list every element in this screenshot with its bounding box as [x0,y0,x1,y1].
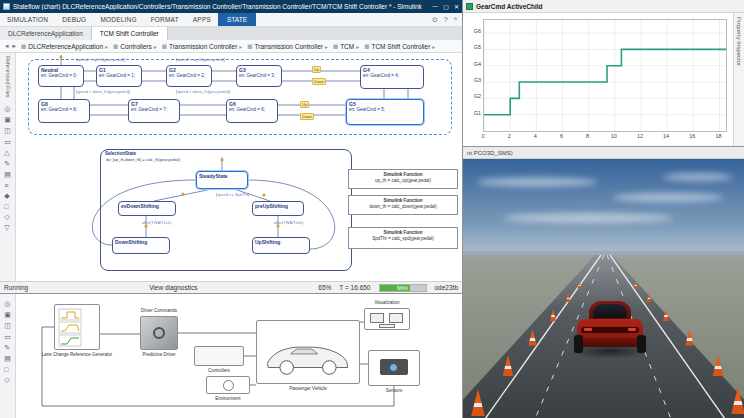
down-event-badge: Down [300,113,314,120]
ribbon-tab[interactable]: MODELING [93,13,143,26]
environment-block[interactable] [206,376,250,394]
transition-label: [speed <= SpdThr] [216,192,249,197]
help-icon[interactable]: ? [444,16,448,23]
breadcrumb-item[interactable]: TCM Shift Controller [371,43,430,50]
solver-name[interactable]: ode23tb [435,284,459,291]
scope-titlebar[interactable]: GearCmd ActiveChild [463,0,744,13]
steering-wheel-icon [153,327,165,339]
x-tick-label: 14 [660,133,672,139]
state-g3[interactable]: G3 en: GearCmd = 3; [236,65,282,87]
sf-left-rail-icons: ◎▣◫▭△✎▤≡◆□◇▽ [4,105,11,232]
forward-icon[interactable]: ▸ [13,42,17,50]
car-side-icon [257,321,359,383]
state-entry: en: GearCmd = 0; [41,73,77,78]
controllers-block[interactable] [194,346,244,366]
tool-icon[interactable]: ✎ [4,344,11,352]
state-upshifting[interactable]: UpShifting [252,237,310,254]
x-tick-label: 18 [712,133,724,139]
tool-icon[interactable]: ◎ [4,300,11,308]
maximize-button[interactable]: ▢ [443,3,449,10]
view-diagnostics-link[interactable]: View diagnostics [149,284,197,291]
collapse-ribbon-icon[interactable]: ^ [454,16,457,23]
state-name: DownShifting [115,239,167,245]
search-icon[interactable]: ⊙ [432,16,438,24]
tool-icon[interactable]: □ [4,203,11,210]
window-title: Stateflow (chart) DLCReferenceApplicatio… [13,3,428,10]
state-preupshifting[interactable]: preUpShifting [252,201,304,216]
transition-label: after(TWAIT,tick) [274,220,304,225]
state-entry: en: GearCmd = 6; [229,107,265,112]
stateflow-app-icon [3,3,10,10]
simulation-progress-bar: 66% [379,284,427,292]
state-g7[interactable]: G7 en: GearCmd = 7; [128,99,180,123]
up-event-badge: Up [312,66,321,73]
passenger-vehicle-block[interactable] [256,320,360,384]
doc-tab-dlcreferenceapplication[interactable]: DLCReferenceApplication [0,27,92,40]
state-g5[interactable]: G5 en: GearCmd = 5; [346,99,424,125]
state-g2[interactable]: G2 en: GearCmd = 2; [166,65,212,87]
state-g6[interactable]: G6 en: GearCmd = 6; [226,99,278,123]
state-g8[interactable]: G8 en: GearCmd = 8; [38,99,90,123]
tool-icon[interactable]: ▭ [4,333,11,341]
minimize-button[interactable]: — [432,3,438,10]
annotation-body: down_th = calc_down(gear,pedal) [369,204,436,209]
taillight-right [628,328,636,331]
predictive-driver-block[interactable] [140,316,178,350]
breadcrumb-item[interactable]: TCM [340,43,354,50]
x-tick-label: 4 [529,133,541,139]
tool-icon[interactable]: ◫ [4,127,11,135]
lane-change-reference-generator-block[interactable] [54,304,100,350]
state-g4[interactable]: G4 en: GearCmd = 4; [360,65,424,89]
breadcrumb-item[interactable]: DLCReferenceApplication [28,43,103,50]
sim3d-titlebar[interactable]: nt PCO3D_SMS) [463,147,744,159]
simulink-function-annotation[interactable]: Simulink Function SpdThr = calc_spd(gear… [348,227,458,249]
tool-icon[interactable]: ≡ [4,182,11,189]
tab-state[interactable]: STATE [218,13,256,26]
state-evdownshifting[interactable]: evDownShifting [118,201,176,216]
tool-icon[interactable]: ◇ [4,213,11,221]
x-tick-label: 0 [477,133,489,139]
stateflow-titlebar[interactable]: Stateflow (chart) DLCReferenceApplicatio… [0,0,462,13]
visualization-block[interactable] [364,308,410,330]
ribbon-tab-bar: SIMULATIONDEBUGMODELINGFORMATAPPS STATE … [0,13,462,27]
breadcrumb-item[interactable]: Controllers [120,43,151,50]
ribbon-tab[interactable]: SIMULATION [0,13,55,26]
tool-icon[interactable]: ◇ [4,376,11,384]
doc-tab-tcm-shift-controller[interactable]: TCM Shift Controller [92,27,168,40]
up-event-badge: Up [300,101,309,108]
state-neutral[interactable]: Neutral en: GearCmd = 0; [38,65,84,87]
ribbon-tab[interactable]: FORMAT [144,13,186,26]
vehicle-rear-view [577,301,643,357]
back-icon[interactable]: ◂ [5,42,9,50]
tool-icon[interactable]: ▣ [4,311,11,319]
subsystem-icon: ▦ [364,43,369,49]
state-steadystate[interactable]: SteadyState [196,171,248,189]
breadcrumb-item[interactable]: Transmission Controller [255,43,323,50]
simulink-function-annotation[interactable]: Simulink Function up_th = calc_up(gear,p… [348,169,458,189]
ribbon-tab[interactable]: DEBUG [55,13,93,26]
property-inspector-rail[interactable]: Property Inspector [733,13,744,146]
tool-icon[interactable]: ▣ [4,116,11,124]
sensors-block[interactable] [368,350,420,386]
property-inspector-tab[interactable]: Property Inspector [736,17,742,146]
state-g1[interactable]: G1 en: GearCmd = 1; [96,65,142,87]
close-button[interactable]: ✕ [454,3,459,10]
ribbon-tab[interactable]: APPS [186,13,218,26]
tool-icon[interactable]: □ [4,366,11,373]
state-downshifting[interactable]: DownShifting [112,237,170,254]
tool-icon[interactable]: ◎ [4,105,11,113]
tool-icon[interactable]: ◫ [4,322,11,330]
tool-icon[interactable]: ✎ [4,160,11,168]
tool-icon[interactable]: ▭ [4,138,11,146]
tool-icon[interactable]: △ [4,149,11,157]
sim3d-window-title: nt PCO3D_SMS) [467,150,513,156]
tool-icon[interactable]: ◆ [4,192,11,200]
tool-icon[interactable]: ▤ [4,171,11,179]
tool-icon[interactable]: ▤ [4,355,11,363]
simulink-function-annotation[interactable]: Simulink Function down_th = calc_down(ge… [348,195,458,215]
breadcrumb-item[interactable]: Transmission Controller [169,43,237,50]
tool-icon[interactable]: ▽ [4,224,11,232]
referenced-files-tab[interactable]: Referenced Files [5,53,11,101]
transition-label: [speed < down_th(gear,pedal)] [176,89,230,94]
x-tick-label: 10 [608,133,620,139]
